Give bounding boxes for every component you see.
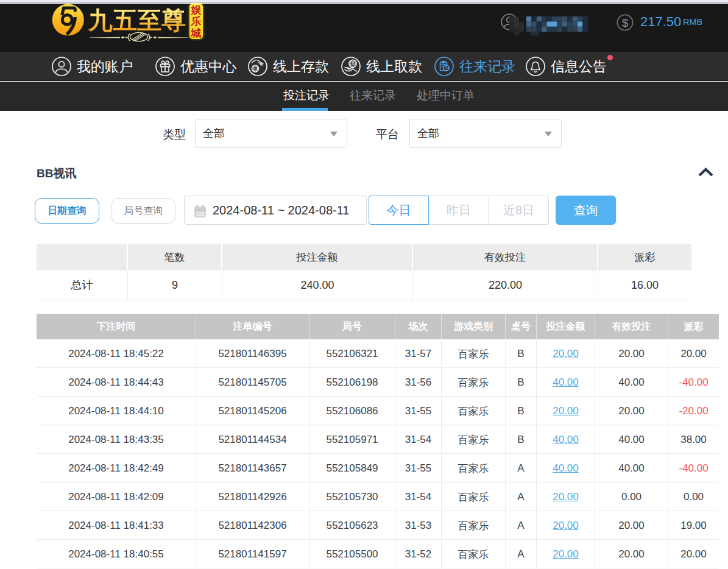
svg-text:$: $: [622, 16, 629, 29]
svg-text:JPY: JPY: [253, 68, 258, 70]
